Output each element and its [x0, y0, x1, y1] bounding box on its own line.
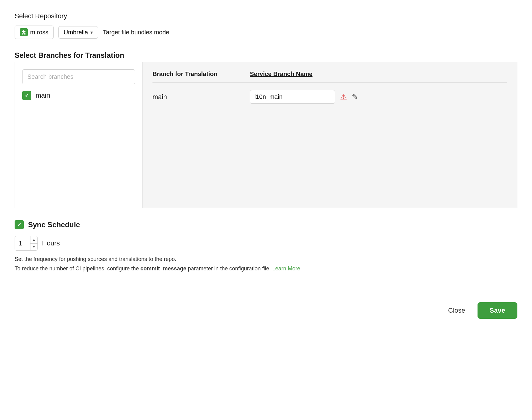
help-text-2: To reduce the number of CI pipelines, co… — [15, 266, 517, 272]
spinner-up-button[interactable]: ▲ — [30, 236, 37, 244]
save-button[interactable]: Save — [478, 302, 517, 319]
service-name-input[interactable] — [250, 90, 335, 104]
select-branches-section: Select Branches for Translation main Bra… — [15, 51, 517, 208]
sync-schedule-section: Sync Schedule ▲ ▼ Hours Set the frequenc… — [15, 220, 517, 272]
puzzle-icon — [20, 28, 28, 36]
help-text-2-prefix: To reduce the number of CI pipelines, co… — [15, 266, 140, 272]
spinner-buttons: ▲ ▼ — [30, 236, 37, 250]
dropdown-label: Umbrella — [64, 29, 88, 36]
close-button[interactable]: Close — [442, 303, 471, 318]
repo-name: m.ross — [30, 29, 48, 36]
learn-more-link[interactable]: Learn More — [272, 266, 300, 272]
edit-icon[interactable]: ✎ — [352, 93, 358, 101]
table-header: Branch for Translation Service Branch Na… — [152, 71, 507, 83]
umbrella-dropdown[interactable]: Umbrella ▾ — [58, 26, 98, 39]
help-text-1: Set the frequency for pushing sources an… — [15, 256, 517, 262]
select-branches-label: Select Branches for Translation — [15, 51, 517, 60]
branch-name-main: main — [36, 92, 50, 99]
chevron-down-icon: ▾ — [90, 30, 93, 35]
select-repository-label: Select Repository — [15, 12, 517, 20]
branches-left-panel: main — [15, 62, 143, 208]
table-row: main ⚠ ✎ — [152, 90, 507, 104]
branch-checkbox-main[interactable] — [22, 91, 31, 100]
row-actions: ⚠ ✎ — [340, 92, 358, 102]
hours-row: ▲ ▼ Hours — [15, 236, 517, 251]
footer: Close Save — [15, 296, 517, 319]
branches-right-panel: Branch for Translation Service Branch Na… — [143, 62, 517, 208]
spinner-down-button[interactable]: ▼ — [30, 244, 37, 251]
select-repository-section: Select Repository m.ross Umbrella ▾ Targ… — [15, 12, 517, 39]
top-bar: m.ross Umbrella ▾ Target file bundles mo… — [15, 26, 517, 39]
help-text-2-suffix: parameter in the configuration file. — [186, 266, 271, 272]
branch-row-name: main — [152, 93, 250, 101]
hours-input-wrapper: ▲ ▼ — [15, 236, 38, 251]
repo-badge[interactable]: m.ross — [15, 26, 54, 39]
branch-item-main[interactable]: main — [22, 91, 135, 100]
commit-param: commit_message — [140, 266, 186, 272]
search-input[interactable] — [22, 69, 135, 84]
hours-label: Hours — [42, 239, 60, 247]
warning-icon[interactable]: ⚠ — [340, 92, 347, 102]
sync-label-row: Sync Schedule — [15, 220, 517, 229]
sync-checkbox[interactable] — [15, 220, 24, 229]
hours-input[interactable] — [15, 240, 30, 247]
target-mode-text: Target file bundles mode — [103, 29, 169, 36]
col-service-header[interactable]: Service Branch Name — [250, 71, 313, 78]
branches-container: main Branch for Translation Service Bran… — [15, 62, 517, 208]
sync-label: Sync Schedule — [28, 220, 80, 229]
col-branch-header: Branch for Translation — [152, 71, 250, 78]
